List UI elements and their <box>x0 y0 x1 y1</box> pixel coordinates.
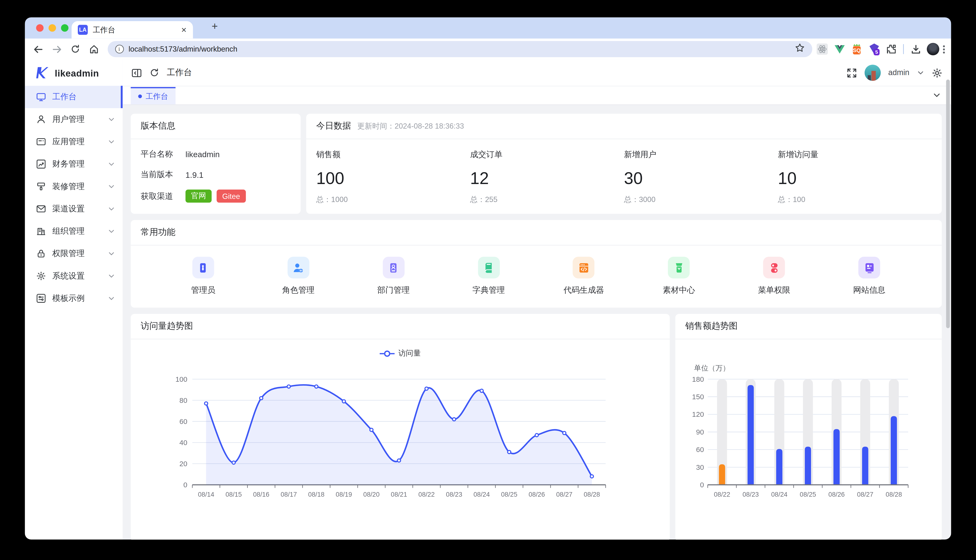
traffic-lights <box>36 24 69 32</box>
material-icon <box>668 257 690 278</box>
quick-function-item[interactable]: 菜单权限 <box>727 249 822 296</box>
browser-profile-avatar[interactable] <box>927 43 939 55</box>
role-icon <box>287 257 309 278</box>
quick-function-item[interactable]: 部门管理 <box>346 249 441 296</box>
svg-text:0: 0 <box>184 481 187 489</box>
forward-icon[interactable] <box>50 42 64 57</box>
app-logo[interactable]: likeadmin <box>25 60 123 86</box>
sq-extension-icon[interactable]: SQ <box>850 42 864 56</box>
refresh-page-icon[interactable] <box>149 68 159 77</box>
bookmark-star-icon[interactable] <box>794 43 804 55</box>
page-scrollbar-thumb[interactable] <box>946 80 950 328</box>
platform-name-row: 平台名称 likeadmin <box>130 148 301 160</box>
update-time: 更新时间：2024-08-28 18:36:33 <box>358 121 464 132</box>
back-icon[interactable] <box>31 42 46 57</box>
gitee-button[interactable]: Gitee <box>217 190 246 203</box>
svg-text:单位（万）: 单位（万） <box>694 364 730 372</box>
sidebar-item-4[interactable]: 装修管理 <box>25 175 123 198</box>
new-tab-button[interactable]: + <box>212 20 218 33</box>
url-text: localhost:5173/admin/workbench <box>129 45 237 53</box>
quick-function-item[interactable]: 网站信息 <box>822 249 917 296</box>
sidebar-item-7[interactable]: 权限管理 <box>25 242 123 265</box>
user-avatar[interactable] <box>864 65 881 81</box>
zoom-window-button[interactable] <box>61 24 69 32</box>
svg-text:60: 60 <box>696 445 704 453</box>
svg-text:08/22: 08/22 <box>418 491 435 498</box>
logo-mark-icon <box>36 66 50 80</box>
quick-function-item[interactable]: 角色管理 <box>251 249 346 296</box>
sidebar-item-8[interactable]: 系统设置 <box>25 265 123 287</box>
sidebar-item-2[interactable]: 应用管理 <box>25 130 123 153</box>
svg-text:08/16: 08/16 <box>253 491 269 498</box>
tag-bar: 工作台 <box>123 87 951 105</box>
react-devtools-icon[interactable] <box>816 42 829 56</box>
browser-toolbar: i localhost:5173/admin/workbench SQ 5 <box>25 38 951 60</box>
svg-text:08/24: 08/24 <box>771 491 787 498</box>
sidebar-item-workbench[interactable]: 工作台 <box>25 86 123 108</box>
menu-auth-icon <box>763 257 785 278</box>
quick-function-item[interactable]: 素材中心 <box>632 249 727 296</box>
svg-text:08/27: 08/27 <box>857 491 874 498</box>
svg-text:SQ: SQ <box>853 47 861 53</box>
channel-row: 获取渠道 官网 Gitee <box>130 190 301 203</box>
svg-text:60: 60 <box>179 417 187 425</box>
svg-text:180: 180 <box>692 375 704 383</box>
extensions-puzzle-icon[interactable] <box>884 42 898 56</box>
sidebar-item-5[interactable]: 渠道设置 <box>25 198 123 220</box>
browser-menu-icon[interactable] <box>943 45 945 53</box>
sidebar-item-1[interactable]: 用户管理 <box>25 108 123 130</box>
close-window-button[interactable] <box>36 24 43 32</box>
quick-function-item[interactable]: 字典管理 <box>441 249 536 296</box>
quick-function-item[interactable]: 代码生成器 <box>536 249 632 296</box>
svg-text:08/22: 08/22 <box>714 491 730 498</box>
tag-workbench[interactable]: 工作台 <box>130 87 175 105</box>
settings-gear-icon[interactable] <box>932 67 943 78</box>
collapse-sidebar-icon[interactable] <box>131 67 142 78</box>
svg-text:08/24: 08/24 <box>474 491 490 498</box>
downloads-icon[interactable] <box>909 42 923 57</box>
vue-devtools-icon[interactable] <box>833 42 846 56</box>
sidebar-item-6[interactable]: 组织管理 <box>25 220 123 242</box>
vite-extension-icon[interactable]: 5 <box>867 42 881 56</box>
svg-text:08/27: 08/27 <box>556 491 573 498</box>
codegen-icon <box>573 257 595 278</box>
home-icon[interactable] <box>87 42 101 57</box>
active-tag-dot <box>138 95 142 98</box>
sidebar-item-3[interactable]: 财务管理 <box>25 153 123 175</box>
svg-text:08/15: 08/15 <box>226 491 242 498</box>
tab-close-icon[interactable]: ✕ <box>181 26 187 34</box>
user-chevron-down-icon[interactable] <box>917 69 924 77</box>
chevron-down-icon <box>108 205 115 213</box>
quick-function-item[interactable]: 管理员 <box>155 249 251 296</box>
app-icon <box>36 137 46 147</box>
site-favicon-icon: LA <box>78 25 88 35</box>
chevron-down-icon <box>108 295 115 302</box>
today-data-card: 今日数据 更新时间：2024-08-28 18:36:33 销售额 100 总：… <box>306 114 942 214</box>
chevron-down-icon <box>108 183 115 190</box>
app-header: 工作台 admin <box>123 60 951 86</box>
version-card: 版本信息 平台名称 likeadmin 当前版本 1.9.1 获取渠道 官网 <box>130 114 301 214</box>
svg-text:120: 120 <box>692 410 704 418</box>
chevron-down-icon <box>108 116 115 123</box>
address-bar[interactable]: i localhost:5173/admin/workbench <box>107 41 812 57</box>
chevron-down-icon <box>108 250 115 257</box>
browser-tab[interactable]: LA 工作台 ✕ <box>72 21 193 38</box>
today-stats: 销售额 100 总：1000 成交订单 12 总：255 新增用户 30 总：3… <box>306 139 942 205</box>
chevron-down-icon <box>108 272 115 280</box>
site-info-icon[interactable]: i <box>115 45 124 53</box>
fullscreen-icon[interactable] <box>847 67 857 78</box>
org-icon <box>36 226 46 236</box>
official-site-button[interactable]: 官网 <box>186 190 212 203</box>
sidebar-item-9[interactable]: 模板示例 <box>25 287 123 310</box>
svg-text:08/26: 08/26 <box>528 491 545 498</box>
tagbar-chevron-down-icon[interactable] <box>933 91 941 99</box>
decorate-icon <box>36 182 46 191</box>
svg-text:5: 5 <box>875 49 878 55</box>
svg-text:08/19: 08/19 <box>336 491 352 498</box>
visits-chart-title: 访问量趋势图 <box>141 321 193 332</box>
reload-icon[interactable] <box>68 42 83 57</box>
svg-text:08/28: 08/28 <box>886 491 902 498</box>
sales-trend-card: 销售额趋势图 单位（万）030609012015018008/2208/2308… <box>675 314 942 539</box>
toolbar-separator <box>903 44 904 54</box>
minimize-window-button[interactable] <box>48 24 56 32</box>
